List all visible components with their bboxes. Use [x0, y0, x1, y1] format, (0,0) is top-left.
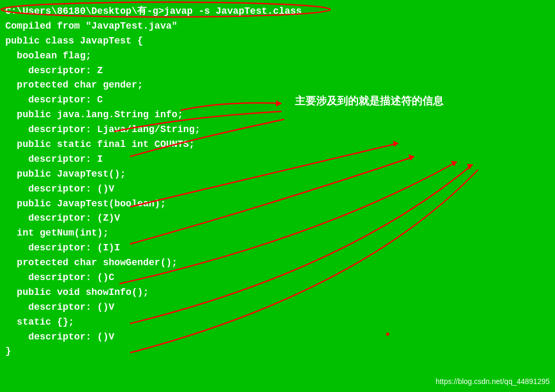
code-line: descriptor: (Z)V [5, 211, 550, 226]
terminal-window: C:\Users\86180\Desktop\有-g>javap -s Java… [0, 0, 555, 392]
code-line: public void showInfo(); [5, 285, 550, 300]
code-line: protected char gender; [5, 78, 550, 93]
code-line: int getNum(int); [5, 226, 550, 241]
code-line: public static final int COUNTS; [5, 137, 550, 152]
code-line: C:\Users\86180\Desktop\有-g>javap -s Java… [5, 4, 550, 19]
code-line: descriptor: I [5, 152, 550, 167]
code-line: boolean flag; [5, 49, 550, 64]
code-line: static {}; [5, 315, 550, 330]
code-line: public class JavapTest { [5, 34, 550, 49]
code-line: } [5, 344, 550, 359]
watermark: https://blog.csdn.net/qq_44891295 [436, 376, 550, 388]
code-line: public JavapTest(); [5, 167, 550, 182]
code-line: public JavapTest(boolean); [5, 197, 550, 212]
code-line: public java.lang.String info; [5, 108, 550, 123]
code-line: descriptor: C [5, 93, 550, 108]
annotation-text: 主要涉及到的就是描述符的信息 [295, 93, 443, 109]
code-line: protected char showGender(); [5, 256, 550, 271]
code-block: C:\Users\86180\Desktop\有-g>javap -s Java… [5, 4, 550, 359]
code-line: descriptor: ()V [5, 300, 550, 315]
code-line: descriptor: ()V [5, 330, 550, 345]
code-line: descriptor: (I)I [5, 241, 550, 256]
code-line: descriptor: ()V [5, 182, 550, 197]
code-line: descriptor: ()C [5, 271, 550, 285]
code-line: Compiled from "JavapTest.java" [5, 19, 550, 34]
code-line: descriptor: Ljava/lang/String; [5, 123, 550, 137]
code-line: descriptor: Z [5, 64, 550, 79]
